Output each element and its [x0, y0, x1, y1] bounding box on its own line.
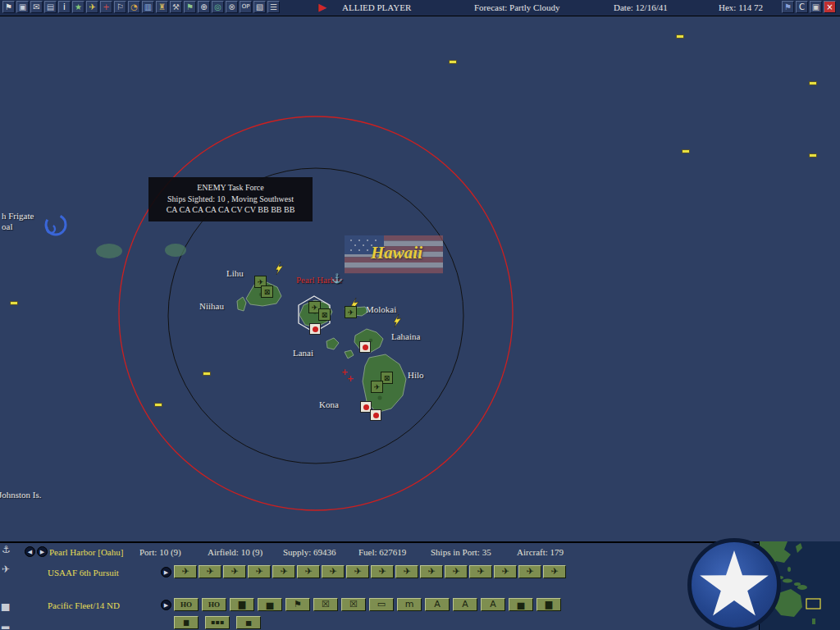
hawaii-territory-label: Hawaii: [371, 243, 422, 263]
list-icon[interactable]: ☰: [267, 1, 280, 13]
airgroup-name[interactable]: USAAF 6th Pursuit: [48, 568, 119, 578]
white-star-icon: [700, 550, 769, 616]
fuel-stat: Fuel: 627619: [358, 547, 406, 557]
flag-icon[interactable]: ⚑: [2, 1, 15, 13]
aircraft-unit-button[interactable]: ✈: [518, 565, 541, 578]
aircraft-unit-button[interactable]: ✈: [174, 565, 197, 578]
allied-unit-counter[interactable]: ⊠: [318, 308, 331, 321]
game-screen: Hawaii LihuNiihauMolokaiLahainaLanaiHilo…: [0, 0, 840, 630]
aircraft-unit-button[interactable]: ✈: [469, 565, 492, 578]
ship-unit-button[interactable]: A: [481, 598, 505, 611]
map-label: Lihu: [226, 268, 244, 278]
map-label: Molokai: [366, 304, 396, 314]
ship-unit-button[interactable]: ▪▪▪: [205, 616, 230, 629]
globe-icon[interactable]: ◎: [212, 1, 224, 13]
aircraft-unit-button[interactable]: ✈: [322, 565, 345, 578]
ships-in-port-stat: Ships in Port: 35: [431, 547, 491, 557]
allied-unit-counter[interactable]: ⊠: [261, 285, 273, 298]
window2-icon[interactable]: ▣: [810, 1, 822, 13]
ship-unit-button[interactable]: ▭: [369, 598, 394, 611]
aircraft-unit-button[interactable]: ✈: [445, 565, 468, 578]
next-base-button[interactable]: ▶: [37, 546, 48, 557]
aircraft-unit-button[interactable]: ✈: [248, 565, 271, 578]
aircraft-icon[interactable]: ✈: [86, 1, 98, 13]
map-label: Hilo: [408, 370, 424, 380]
gear-icon[interactable]: ⊗: [226, 1, 238, 13]
op-button[interactable]: OP: [240, 1, 252, 13]
aircraft-unit-button[interactable]: ✈: [420, 565, 443, 578]
aircraft-stat: Aircraft: 179: [517, 547, 564, 557]
combat-report-button[interactable]: C: [796, 1, 808, 13]
signal-flag-icon[interactable]: ⚑: [184, 1, 196, 13]
aircraft-group-icon: ✈: [2, 564, 10, 574]
tools-icon[interactable]: ⚒: [170, 1, 182, 13]
nation-flag-icon[interactable]: ⚑: [782, 1, 794, 13]
ship-unit-button[interactable]: ☒: [341, 598, 366, 611]
next-taskforce-button[interactable]: ▶: [161, 600, 171, 610]
port-anchor-icon: ⚓: [2, 545, 11, 555]
minimap-viewport-box[interactable]: [806, 599, 820, 609]
ship-unit-button[interactable]: HO: [174, 598, 199, 611]
ship-unit-button[interactable]: ⚑: [285, 598, 310, 611]
aircraft-unit-button[interactable]: ✈: [494, 565, 517, 578]
save-icon[interactable]: ▤: [44, 1, 57, 13]
aircraft-unit-button[interactable]: ✈: [272, 565, 295, 578]
aircraft-unit-button[interactable]: ✈: [346, 565, 369, 578]
ship-unit-button[interactable]: ▆: [536, 598, 561, 611]
contact-marker: [154, 403, 162, 407]
enemy-unit-counter[interactable]: [370, 409, 381, 421]
player-label: ALLIED PLAYER: [342, 2, 411, 12]
crosshair-icon[interactable]: ⊕: [198, 1, 210, 13]
forecast-label: Forecast: Partly Cloudy: [474, 2, 560, 12]
date-label: Date: 12/16/41: [614, 2, 668, 12]
mail-icon[interactable]: ✉: [30, 1, 43, 13]
toolbar-right-icons: ⚑C▣×: [781, 0, 837, 14]
flag-outline-icon[interactable]: ⚐: [114, 1, 126, 13]
contact-marker: [809, 81, 817, 85]
card-icon[interactable]: ▧: [253, 1, 266, 13]
ship-unit-button[interactable]: ▅: [509, 598, 533, 611]
allied-unit-counter[interactable]: ✈: [345, 306, 357, 318]
ship-unit-button[interactable]: ▆: [230, 598, 254, 611]
ship-unit-button[interactable]: ▅: [258, 598, 282, 611]
base-name[interactable]: Pearl Harbor [Oahu]: [49, 547, 123, 557]
ship-unit-button[interactable]: A: [425, 598, 450, 611]
contact-marker: [449, 60, 457, 64]
aircraft-unit-button[interactable]: ✈: [395, 565, 418, 578]
ship-unit-button[interactable]: ☒: [313, 598, 338, 611]
aircraft-unit-button[interactable]: ✈: [199, 565, 221, 578]
aircraft-unit-button[interactable]: ✈: [297, 565, 320, 578]
chart-icon[interactable]: ▥: [142, 1, 154, 13]
aircraft-unit-button[interactable]: ✈: [223, 565, 246, 578]
info-icon[interactable]: i: [58, 1, 71, 13]
map-label: oal: [2, 221, 12, 231]
gauge-icon[interactable]: ◔: [128, 1, 140, 13]
toolbar-left-icons: ⚑▣✉▤i★✈+⚐◔▥♜⚒⚑⊕◎⊗OP▧☰: [2, 0, 281, 14]
contact-marker: [676, 34, 684, 39]
close-button[interactable]: ×: [824, 1, 836, 13]
enemy-unit-counter[interactable]: [359, 341, 371, 353]
enemy-unit-counter[interactable]: [309, 323, 321, 335]
next-airgroup-button[interactable]: ▶: [161, 567, 171, 578]
airfield-stat: Airfield: 10 (9): [208, 547, 262, 557]
contact-marker: [682, 149, 690, 153]
fort-icon[interactable]: ♜: [156, 1, 168, 13]
end-turn-play-button[interactable]: ▶: [318, 1, 326, 14]
ship-unit-button[interactable]: A: [453, 598, 477, 611]
prev-base-button[interactable]: ◀: [25, 546, 35, 557]
ship-unit-button[interactable]: ▅: [236, 616, 261, 629]
reinforce-icon[interactable]: +: [100, 1, 112, 13]
ship-unit-button[interactable]: m: [397, 598, 422, 611]
ship-unit-button[interactable]: HO: [202, 598, 226, 611]
map-label: Johnston Is.: [0, 490, 42, 500]
window-icon[interactable]: ▣: [16, 1, 29, 13]
supply-stat: Supply: 69436: [283, 547, 336, 557]
ship-unit-button[interactable]: ▆: [174, 616, 199, 629]
taskforce-name[interactable]: Pacific Fleet/14 ND: [48, 600, 120, 610]
map-label: Lahaina: [391, 331, 420, 341]
aircraft-unit-button[interactable]: ✈: [543, 565, 566, 578]
star-icon[interactable]: ★: [72, 1, 84, 13]
allied-unit-counter[interactable]: ✈: [371, 381, 383, 393]
ship-group-icon: ▅: [2, 600, 9, 610]
aircraft-unit-button[interactable]: ✈: [371, 565, 394, 578]
